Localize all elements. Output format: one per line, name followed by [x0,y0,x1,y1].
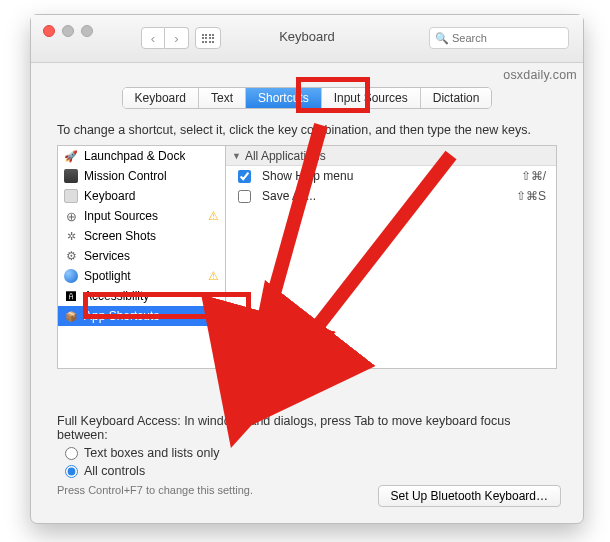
watermark: osxdaily.com [503,68,577,82]
category-launchpad[interactable]: Launchpad & Dock [58,146,225,166]
keyboard-icon [64,189,78,203]
shortcut-combo[interactable]: ⇧⌘/ [496,169,556,183]
category-mission-control[interactable]: Mission Control [58,166,225,186]
preferences-window: ‹ › Keyboard 🔍 osxdaily.com Keyboard Tex… [30,14,584,524]
grid-icon [202,34,215,43]
back-button[interactable]: ‹ [141,27,165,49]
shortcut-row[interactable]: Show Help menu ⇧⌘/ [226,166,556,186]
disclosure-triangle-icon: ▼ [232,151,241,161]
close-button[interactable] [43,25,55,37]
full-keyboard-access: Full Keyboard Access: In windows and dia… [57,414,557,496]
spotlight-icon [64,269,78,283]
category-services[interactable]: Services [58,246,225,266]
shortcut-rows: Show Help menu ⇧⌘/ Save As... ⇧⌘S [226,166,556,368]
instruction-text: To change a shortcut, select it, click t… [57,123,557,137]
zoom-button[interactable] [81,25,93,37]
remove-button[interactable]: − [251,368,277,390]
minimize-button[interactable] [62,25,74,37]
nav-buttons: ‹ › [141,27,189,49]
category-input-sources[interactable]: Input Sources⚠︎ [58,206,225,226]
shortcut-label: Show Help menu [262,169,496,183]
add-remove-bar: + − [225,368,557,390]
tab-shortcuts[interactable]: Shortcuts [246,88,322,108]
category-list[interactable]: Launchpad & Dock Mission Control Keyboar… [58,146,226,368]
fka-intro: Full Keyboard Access: In windows and dia… [57,414,557,442]
shortcut-checkbox[interactable] [238,170,251,183]
category-spotlight[interactable]: Spotlight⚠︎ [58,266,225,286]
chevron-right-icon: › [174,31,178,46]
add-button[interactable]: + [225,368,251,390]
shortcut-checkbox[interactable] [238,190,251,203]
accessibility-icon [64,289,78,303]
category-screen-shots[interactable]: Screen Shots [58,226,225,246]
chevron-left-icon: ‹ [151,31,155,46]
group-header[interactable]: ▼All Applications [226,146,556,166]
search-icon: 🔍 [435,32,449,45]
category-keyboard[interactable]: Keyboard [58,186,225,206]
content: To change a shortcut, select it, click t… [31,109,583,496]
warning-icon: ⚠︎ [208,269,219,283]
radio-text-boxes[interactable] [65,447,78,460]
shortcut-row[interactable]: Save As... ⇧⌘S [226,186,556,206]
tab-bar: Keyboard Text Shortcuts Input Sources Di… [31,87,583,109]
tab-text[interactable]: Text [199,88,246,108]
titlebar: ‹ › Keyboard 🔍 [31,15,583,63]
app-icon [64,309,78,323]
shortcuts-split: Launchpad & Dock Mission Control Keyboar… [57,145,557,369]
plus-icon: + [234,371,242,387]
shortcut-combo[interactable]: ⇧⌘S [496,189,556,203]
window-controls [43,25,93,37]
globe-icon [64,209,78,223]
minus-icon: − [259,371,267,387]
screenshot-icon [64,229,78,243]
warning-icon: ⚠︎ [208,209,219,223]
radio-all-controls[interactable] [65,465,78,478]
bluetooth-keyboard-button[interactable]: Set Up Bluetooth Keyboard… [378,485,561,507]
search-wrap: 🔍 [429,27,569,49]
forward-button[interactable]: › [165,27,189,49]
shortcut-detail: ▼All Applications Show Help menu ⇧⌘/ Sav… [226,146,556,368]
fka-option-text-boxes[interactable]: Text boxes and lists only [65,446,557,460]
search-input[interactable] [429,27,569,49]
mission-control-icon [64,169,78,183]
category-app-shortcuts[interactable]: App Shortcuts [58,306,225,326]
rocket-icon [64,149,78,163]
tab-keyboard[interactable]: Keyboard [123,88,199,108]
tab-dictation[interactable]: Dictation [421,88,492,108]
gear-icon [64,249,78,263]
tab-input-sources[interactable]: Input Sources [322,88,421,108]
show-all-button[interactable] [195,27,221,49]
fka-option-all-controls[interactable]: All controls [65,464,557,478]
category-accessibility[interactable]: Accessibility [58,286,225,306]
shortcut-label: Save As... [262,189,496,203]
